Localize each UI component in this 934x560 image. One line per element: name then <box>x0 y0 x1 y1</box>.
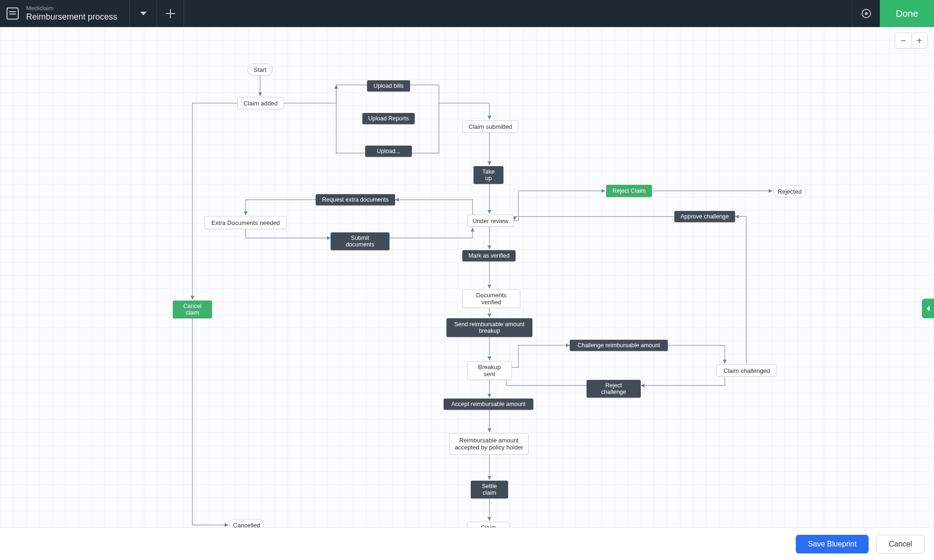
transition-settle-claim[interactable]: Settle claim <box>471 481 508 498</box>
save-blueprint-button[interactable]: Save Blueprint <box>796 535 869 553</box>
transition-upload-bills[interactable]: Upload bills <box>367 80 410 91</box>
chevron-down-icon <box>140 12 147 15</box>
cancel-button[interactable]: Cancel <box>876 535 925 553</box>
state-claim-added[interactable]: Claim added <box>237 97 284 109</box>
transition-upload-reports[interactable]: Upload Reports <box>362 113 415 124</box>
top-bar: Mediclaim Reimbursement process Done <box>0 0 934 27</box>
state-rejected[interactable]: Rejected <box>773 185 806 197</box>
settings-button[interactable] <box>852 0 880 27</box>
state-claim-submitted[interactable]: Claim submitted <box>462 120 518 133</box>
zoom-in-button[interactable]: + <box>911 33 927 48</box>
zoom-out-button[interactable]: − <box>895 33 911 48</box>
state-cancelled[interactable]: Cancelled <box>229 519 264 527</box>
transition-cancel-claim[interactable]: Cancel claim <box>173 301 212 318</box>
side-panel-toggle[interactable] <box>922 299 934 318</box>
transition-reject-challenge[interactable]: Reject challenge <box>587 380 641 398</box>
top-bar-left: Mediclaim Reimbursement process <box>0 0 117 27</box>
transition-submit-docs[interactable]: Submit documents <box>331 232 389 250</box>
transition-request-extra[interactable]: Request extra documents <box>316 194 395 205</box>
blueprint-icon <box>7 7 19 20</box>
state-docs-verified[interactable]: Documents verified <box>462 289 520 308</box>
state-start[interactable]: Start <box>248 63 273 76</box>
gear-icon <box>862 9 871 18</box>
transition-mark-verified[interactable]: Mark as verified <box>462 250 516 261</box>
state-claim-settled[interactable]: Claim settled <box>467 522 510 527</box>
state-extra-docs[interactable]: Extra Documents needed <box>205 216 287 229</box>
transition-challenge-amount[interactable]: Challenge reimbursable amount <box>570 340 668 351</box>
transition-accept-amount[interactable]: Accept reimbursable amount <box>444 399 533 410</box>
state-claim-challenged[interactable]: Claim challenged <box>716 364 777 377</box>
footer-bar: Save Blueprint Cancel <box>0 527 934 560</box>
transition-approve-challenge[interactable]: Approve challenge <box>674 211 735 222</box>
transition-send-breakup[interactable]: Send reimbursable amount breakup <box>446 318 532 337</box>
state-reimb-accepted[interactable]: Reimbursable amount accepted by policy h… <box>449 433 529 455</box>
state-under-review[interactable]: Under review <box>467 215 514 227</box>
category-label: Mediclaim <box>26 5 117 12</box>
done-button[interactable]: Done <box>880 0 934 27</box>
plus-icon <box>166 9 175 18</box>
transition-reject-claim[interactable]: Reject Claim <box>606 185 652 197</box>
page-title: Reimbursement process <box>26 12 117 22</box>
state-breakup-sent[interactable]: Breakup sent <box>467 361 512 380</box>
title-block: Mediclaim Reimbursement process <box>26 5 117 22</box>
spacer <box>184 0 852 27</box>
title-dropdown-button[interactable] <box>130 0 157 27</box>
transition-take-up[interactable]: Take up <box>474 166 503 184</box>
flow-canvas[interactable]: StartClaim addedClaim submittedUnder rev… <box>0 27 934 527</box>
transition-upload-more[interactable]: Upload... <box>365 146 412 157</box>
zoom-controls: − + <box>895 33 927 49</box>
add-button[interactable] <box>157 0 184 27</box>
